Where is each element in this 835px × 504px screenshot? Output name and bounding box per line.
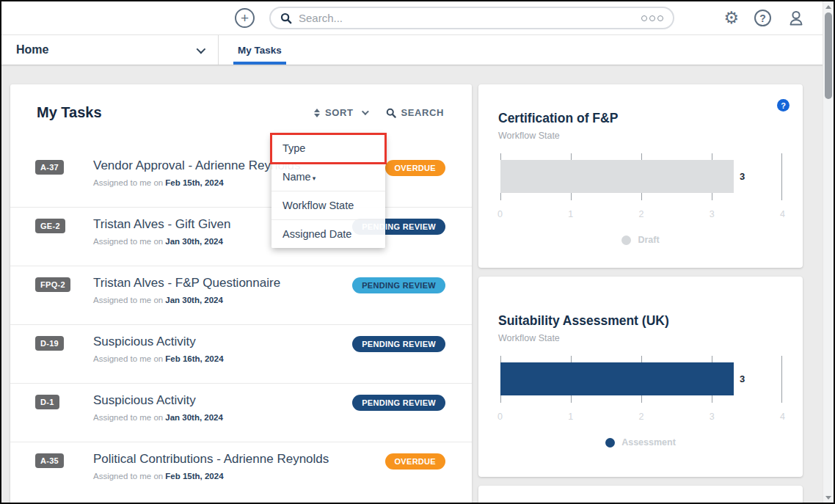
global-search[interactable] xyxy=(269,7,674,29)
task-row[interactable]: GE-2 Tristan Alves - Gift Given Assigned… xyxy=(10,208,472,266)
bar-chart-plot: 3 xyxy=(500,356,782,403)
task-assigned-date: Assigned to me onJan 30th, 2024 xyxy=(93,296,352,304)
add-button[interactable]: + xyxy=(235,8,255,28)
my-tasks-panel: My Tasks SORT SEARCH xyxy=(10,84,472,504)
task-id-badge: A-37 xyxy=(35,160,64,175)
sort-dropdown-menu: Type Name▾ Workflow State Assigned Date xyxy=(271,134,385,248)
task-row[interactable]: A-37 Vendor Approval - Adrienne Reynolds… xyxy=(10,149,472,208)
chart-title: Certification of F&P xyxy=(498,111,782,126)
tab-my-tasks[interactable]: My Tasks xyxy=(238,35,282,65)
x-axis-ticks: 01234 xyxy=(497,412,785,422)
task-id-badge: A-35 xyxy=(35,453,64,468)
chevron-down-icon xyxy=(361,108,368,115)
sort-option-name[interactable]: Name▾ xyxy=(271,163,385,191)
x-axis-ticks: 01234 xyxy=(497,209,785,219)
search-options-icon[interactable] xyxy=(641,15,663,21)
content-area: My Tasks SORT SEARCH xyxy=(1,65,834,503)
bar-assessment xyxy=(500,362,734,395)
sort-button[interactable]: SORT xyxy=(314,107,367,118)
search-label: SEARCH xyxy=(401,107,445,118)
task-title: Political Contributions - Adrienne Reyno… xyxy=(93,452,385,467)
task-title: Tristan Alves - F&P Questionnaire xyxy=(93,276,352,291)
legend-label: Draft xyxy=(638,235,659,245)
sort-option-type[interactable]: Type xyxy=(271,134,385,163)
task-id-badge: D-1 xyxy=(35,395,59,409)
bar-draft xyxy=(500,160,734,193)
nav-bar: Home My Tasks xyxy=(1,35,834,65)
sort-icon xyxy=(314,109,320,117)
charts-column: ? Certification of F&P Workflow State 3 … xyxy=(478,84,803,504)
bar-value-label: 3 xyxy=(740,373,745,384)
user-profile-icon[interactable] xyxy=(787,9,806,28)
status-badge: PENDING REVIEW xyxy=(352,277,445,293)
chart-legend: Assessment xyxy=(478,437,803,448)
task-title: Suspicious Activity xyxy=(93,393,352,408)
sort-label: SORT xyxy=(325,107,354,118)
scroll-down-icon[interactable] xyxy=(823,492,834,503)
chart-card-partial xyxy=(478,486,803,504)
app-window: + ⚙ ? Home xyxy=(0,0,835,504)
bar-chart-plot: 3 xyxy=(500,153,782,200)
home-dropdown[interactable]: Home xyxy=(1,35,219,65)
status-badge: OVERDUE xyxy=(385,160,446,176)
chart-card-certification: ? Certification of F&P Workflow State 3 … xyxy=(478,84,803,268)
legend-dot xyxy=(605,438,615,448)
chart-help-icon[interactable]: ? xyxy=(777,99,790,112)
search-icon xyxy=(280,12,292,24)
status-badge: OVERDUE xyxy=(385,453,446,470)
scrollbar-thumb[interactable] xyxy=(825,12,832,99)
sort-direction-icon: ▾ xyxy=(313,175,316,182)
home-label: Home xyxy=(16,43,48,56)
search-input[interactable] xyxy=(299,12,635,24)
top-bar: + ⚙ ? xyxy=(1,1,834,35)
scroll-up-icon[interactable] xyxy=(823,1,834,12)
chart-title: Suitability Assessment (UK) xyxy=(498,313,782,329)
task-row[interactable]: FPQ-2 Tristan Alves - F&P Questionnaire … xyxy=(10,266,472,325)
legend-dot xyxy=(621,235,631,245)
task-list: A-37 Vendor Approval - Adrienne Reynolds… xyxy=(10,149,472,501)
status-badge: PENDING REVIEW xyxy=(352,336,445,352)
chart-subtitle: Workflow State xyxy=(498,333,782,343)
tab-label: My Tasks xyxy=(238,45,282,56)
chart-card-suitability: Suitability Assessment (UK) Workflow Sta… xyxy=(478,277,803,477)
bar-value-label: 3 xyxy=(740,171,745,182)
sort-option-assigned-date[interactable]: Assigned Date xyxy=(271,220,385,248)
panel-header: My Tasks SORT SEARCH xyxy=(10,84,472,121)
sort-option-workflow-state[interactable]: Workflow State xyxy=(271,191,385,220)
task-id-badge: FPQ-2 xyxy=(35,277,70,292)
page-scrollbar[interactable] xyxy=(823,1,834,503)
topbar-icon-group: ⚙ ? xyxy=(723,9,806,28)
chart-legend: Draft xyxy=(478,235,803,245)
task-assigned-date: Assigned to me onFeb 16th, 2024 xyxy=(93,354,352,363)
chevron-down-icon xyxy=(197,44,206,54)
task-row[interactable]: D-19 Suspicious Activity Assigned to me … xyxy=(10,325,472,384)
status-badge: PENDING REVIEW xyxy=(352,395,445,411)
plus-icon: + xyxy=(241,11,249,25)
task-row[interactable]: A-35 Political Contributions - Adrienne … xyxy=(10,442,472,501)
task-id-badge: D-19 xyxy=(35,336,64,351)
task-assigned-date: Assigned to me onFeb 15th, 2024 xyxy=(93,472,385,481)
task-title: Suspicious Activity xyxy=(93,335,352,349)
settings-gear-icon[interactable]: ⚙ xyxy=(723,10,739,26)
search-icon xyxy=(386,108,396,118)
panel-title: My Tasks xyxy=(37,104,102,121)
help-icon[interactable]: ? xyxy=(754,10,771,26)
search-button[interactable]: SEARCH xyxy=(386,107,445,118)
task-assigned-date: Assigned to me onJan 30th, 2024 xyxy=(93,413,352,422)
panel-controls: SORT SEARCH xyxy=(314,107,444,118)
logo-area xyxy=(1,1,235,34)
legend-label: Assessment xyxy=(621,437,676,448)
chart-subtitle: Workflow State xyxy=(498,131,782,141)
task-row[interactable]: D-1 Suspicious Activity Assigned to me o… xyxy=(10,384,472,442)
task-id-badge: GE-2 xyxy=(35,219,65,233)
